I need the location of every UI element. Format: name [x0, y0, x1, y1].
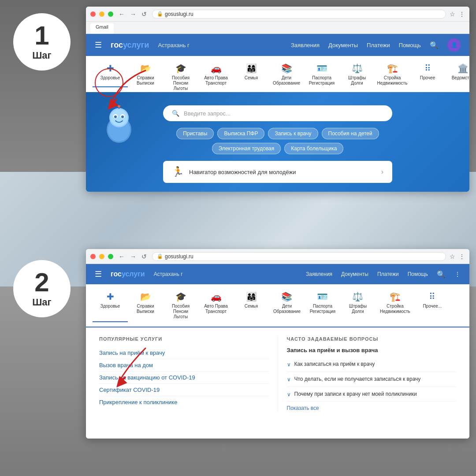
maximize-btn-2[interactable]: [108, 254, 113, 259]
cat2-label-posobiya: ПособияПенсииЛьготы: [172, 304, 190, 320]
close-btn[interactable]: [90, 11, 96, 17]
cat-label-semya: Семья: [245, 75, 258, 81]
cat2-shtrafy[interactable]: ⚖️ ШтрафыДолги: [340, 289, 376, 322]
service-sertifikat[interactable]: Сертификат COVID-19: [99, 384, 269, 396]
tag-zapis[interactable]: Запись к врачу: [268, 128, 318, 139]
forward-arrow[interactable]: →: [128, 10, 138, 19]
url-text-2: gosuslugi.ru: [165, 253, 193, 260]
search-bar[interactable]: 🔍 Введите запрос...: [163, 105, 392, 121]
maximize-btn[interactable]: [108, 11, 113, 17]
service-vyzov-vrach[interactable]: Вызов врача на дом: [99, 359, 269, 372]
step2-label: Шаг: [32, 297, 52, 308]
nav2-zayavleniya[interactable]: Заявления: [306, 271, 332, 277]
tag-trudovaya[interactable]: Электронная трудовая: [212, 143, 281, 154]
gmail-tab[interactable]: Gmail: [90, 23, 114, 33]
cat2-label-pasport: ПаспортаРегистрация: [310, 304, 335, 314]
menu-icon-1[interactable]: ☰: [95, 40, 102, 50]
faq-title: ЧАСТО ЗАДАВАЕМЫЕ ВОПРОСЫ: [287, 336, 457, 342]
browser1-content: ☰ госуслуги Астрахань г Заявления Докуме…: [86, 34, 469, 192]
nav-pomosh[interactable]: Помощь: [399, 42, 421, 48]
tag-karta[interactable]: Карта болельщика: [284, 143, 343, 154]
cat2-posobiya[interactable]: 🎓 ПособияПенсииЛьготы: [163, 289, 198, 322]
tab-bar-1: Gmail: [86, 22, 469, 34]
svg-point-6: [114, 115, 117, 118]
cat2-zdorovye[interactable]: ✚ Здоровье: [93, 289, 128, 322]
user-avatar-1[interactable]: 👤: [447, 38, 461, 52]
bookmark-icon[interactable]: ☆: [450, 11, 455, 18]
close-btn-2[interactable]: [90, 254, 96, 259]
more-icon-2[interactable]: ⋮: [454, 271, 461, 278]
tag-posobiya[interactable]: Пособия на детей: [322, 128, 379, 139]
popular-title: ПОПУЛЯРНЫЕ УСЛУГИ: [99, 336, 269, 342]
nav-banner: 🏃 Навигатор возможностей для молодёжи ›: [163, 161, 392, 183]
cat2-avto[interactable]: 🚗 Авто ПраваТранспорт: [198, 289, 234, 322]
cat-zdorovye[interactable]: ✚ Здоровье: [93, 60, 128, 87]
bookmark-icon-2[interactable]: ☆: [450, 253, 455, 260]
menu-icon-2[interactable]: ☰: [95, 269, 102, 279]
cat2-label-shtrafy: ШтрафыДолги: [349, 304, 367, 314]
nav-platezhi[interactable]: Платежи: [367, 42, 390, 48]
passport-icon-2: 🪪: [317, 291, 328, 302]
service-prikreplenie[interactable]: Прикрепление к поликлинике: [99, 396, 269, 408]
cat-stroyka[interactable]: 🏗️ СтройкаНедвижимость: [375, 60, 410, 87]
nav2-platezhi[interactable]: Платежи: [377, 271, 399, 277]
url-text: gosuslugi.ru: [165, 11, 193, 17]
minimize-btn-2[interactable]: [99, 254, 104, 259]
city-1[interactable]: Астрахань г: [158, 42, 189, 48]
back-arrow[interactable]: ←: [117, 10, 126, 19]
cat-spravki[interactable]: 📂 СправкиВыписки: [128, 60, 163, 87]
cat-prochee[interactable]: ⠿ Прочее: [410, 60, 445, 87]
forward-arrow-2[interactable]: →: [128, 252, 138, 261]
faq-text-3[interactable]: Почему при записи к врачу нет моей полик…: [294, 390, 417, 398]
tag-vypiska[interactable]: Выписка ПФР: [217, 128, 264, 139]
cat2-prochee[interactable]: ⠿ Прочее...: [415, 289, 450, 322]
step1-circle: 1 Шаг: [13, 13, 71, 71]
faq-text-2[interactable]: Что делать, если не получается записатьс…: [294, 376, 421, 383]
cat2-semya[interactable]: 👨‍👩‍👧 Семья: [234, 289, 269, 322]
reload-arrow-2[interactable]: ↺: [140, 252, 149, 261]
header-nav-1: Заявления Документы Платежи Помощь 🔍 👤: [291, 38, 461, 52]
city-2[interactable]: Астрахань г: [154, 271, 183, 277]
nav2-dokumenty[interactable]: Документы: [341, 271, 368, 277]
search-icon-header-1[interactable]: 🔍: [430, 41, 439, 49]
cat-avto[interactable]: 🚗 Авто ПраваТранспорт: [198, 60, 234, 87]
cat-label-deti: ДетиОбразование: [273, 75, 300, 86]
cat-label-prochee: Прочее: [420, 75, 435, 81]
cat2-label-semya: Семья: [245, 304, 258, 309]
main-blue-area: 🔍 Введите запрос... Приставы Выписка ПФР…: [86, 92, 469, 192]
svg-point-3: [111, 109, 127, 126]
cat-deti[interactable]: 📚 ДетиОбразование: [269, 60, 304, 87]
url-bar-1[interactable]: 🔒 gosuslugi.ru: [152, 10, 446, 19]
search-icon-2[interactable]: 🔍: [437, 270, 446, 279]
settings-icon[interactable]: ⋮: [459, 11, 465, 18]
service-vakcinaciya[interactable]: Запись на вакцинацию от COVID-19: [99, 372, 269, 384]
cat-shtrafy[interactable]: ⚖️ ШтрафыДолги: [339, 60, 375, 87]
service-zapis-vrach[interactable]: Запись на приём к врачу: [99, 347, 269, 359]
cat2-deti[interactable]: 📚 ДетиОбразование: [269, 289, 305, 322]
url-bar-2[interactable]: 🔒 gosuslugi.ru: [152, 252, 446, 261]
cat-posobiya[interactable]: 🎓 ПособияПенсииЛьготы: [163, 60, 198, 87]
browser-chrome-1: ← → ↺ 🔒 gosuslugi.ru ☆ ⋮: [86, 7, 469, 22]
faq-text-1[interactable]: Как записаться на приём к врачу: [294, 361, 375, 368]
cat2-pasport[interactable]: 🪪 ПаспортаРегистрация: [305, 289, 340, 322]
show-all-link[interactable]: Показать все: [287, 405, 319, 411]
reload-arrow[interactable]: ↺: [140, 10, 149, 19]
cat-label-pasport: ПаспортаРегистрация: [309, 75, 335, 86]
browser-window-1: ← → ↺ 🔒 gosuslugi.ru ☆ ⋮ Gmail ☰ госуслу…: [86, 7, 469, 192]
back-arrow-2[interactable]: ←: [117, 252, 126, 261]
settings-icon-2[interactable]: ⋮: [459, 253, 465, 260]
nav-dokumenty[interactable]: Документы: [328, 42, 358, 48]
nav-zayavleniya[interactable]: Заявления: [291, 42, 320, 48]
building-icon-2: 🏗️: [390, 291, 401, 302]
cat-vedomstva[interactable]: 🏛️ Ведомства: [445, 60, 469, 87]
tag-pristavy[interactable]: Приставы: [176, 128, 214, 139]
cat2-stroyka[interactable]: 🏗️ СтройкаНедвижимость: [376, 289, 415, 322]
minimize-btn[interactable]: [99, 11, 104, 17]
cat-semya[interactable]: 👨‍👩‍👧 Семья: [234, 60, 269, 87]
nav2-pomosh[interactable]: Помощь: [408, 271, 428, 277]
cat-pasport[interactable]: 🪪 ПаспортаРегистрация: [304, 60, 339, 87]
chevron-icon-3: ∨: [287, 391, 291, 398]
pension-icon: 🎓: [175, 63, 186, 74]
education-icon: 📚: [281, 63, 292, 74]
cat2-spravki[interactable]: 📂 СправкиВыписки: [128, 289, 163, 322]
